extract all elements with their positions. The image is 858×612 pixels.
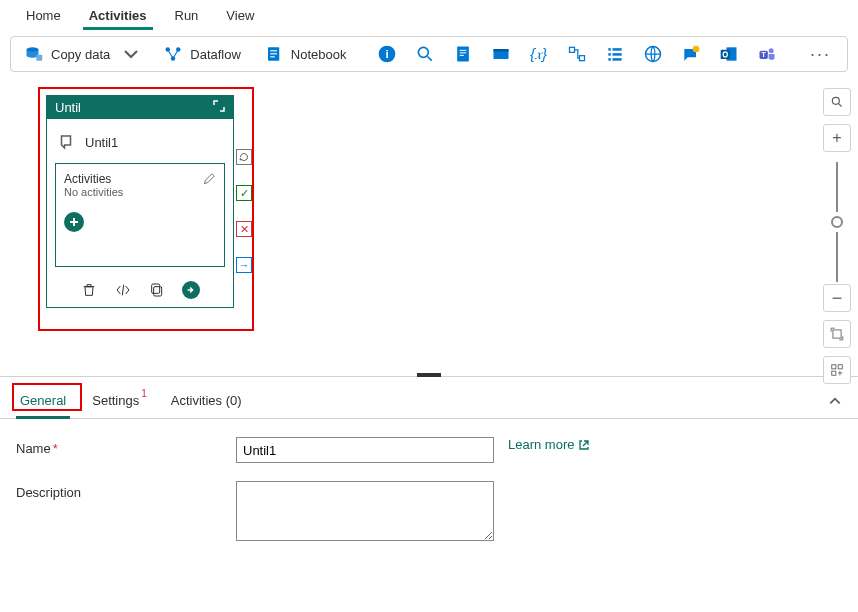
svg-rect-24 (608, 58, 611, 60)
svg-point-33 (768, 48, 773, 53)
zoom-out-button[interactable]: − (823, 284, 851, 312)
notebook-icon (265, 45, 283, 63)
zoom-in-button[interactable]: + (823, 124, 851, 152)
tab-settings[interactable]: Settings1 (88, 387, 149, 418)
svg-rect-35 (152, 284, 160, 293)
dataflow-icon (164, 45, 182, 63)
variable-icon[interactable]: {𝑥} (529, 44, 549, 64)
callout-box: Until Until1 Activities No activi (38, 87, 254, 331)
until-icon (57, 133, 75, 151)
svg-text:i: i (385, 47, 388, 60)
description-textarea[interactable] (236, 481, 494, 541)
svg-point-36 (832, 97, 839, 104)
svg-rect-29 (720, 50, 729, 59)
add-activity-button[interactable] (64, 212, 84, 232)
svg-rect-39 (838, 365, 842, 369)
teams-channel-icon[interactable] (681, 44, 701, 64)
svg-point-2 (166, 47, 171, 52)
teams-icon[interactable]: T (757, 44, 777, 64)
copy-data-label: Copy data (51, 47, 110, 62)
svg-rect-23 (612, 53, 621, 56)
external-link-icon (578, 439, 590, 451)
copy-data-button[interactable]: Copy data (21, 43, 144, 65)
delete-button[interactable] (80, 281, 98, 299)
handle-loop[interactable] (236, 149, 252, 165)
name-input[interactable] (236, 437, 494, 463)
svg-rect-37 (833, 330, 841, 338)
toolbar-icon-row: i {𝑥} T (377, 44, 788, 64)
svg-rect-13 (459, 50, 466, 51)
zoom-track[interactable] (836, 162, 838, 212)
svg-rect-34 (154, 287, 162, 296)
svg-rect-14 (459, 52, 466, 53)
svg-rect-6 (270, 50, 277, 51)
handle-fail[interactable]: ✕ (236, 221, 252, 237)
script-icon[interactable] (453, 44, 473, 64)
expand-icon[interactable] (213, 100, 225, 115)
tab-activities[interactable]: Activities (0) (167, 387, 246, 418)
svg-rect-22 (608, 53, 611, 56)
fit-button[interactable] (823, 320, 851, 348)
svg-rect-8 (270, 56, 275, 57)
canvas-rail: + − (822, 88, 852, 392)
svg-point-4 (171, 56, 176, 61)
search-icon[interactable] (415, 44, 435, 64)
properties-tabs: General Settings1 Activities (0) (0, 377, 858, 419)
more-button[interactable]: ··· (804, 44, 837, 65)
card-type: Until (55, 100, 81, 115)
web-icon[interactable] (643, 44, 663, 64)
pencil-icon[interactable] (202, 172, 216, 189)
outlook-icon[interactable] (719, 44, 739, 64)
canvas[interactable]: Until Until1 Activities No activi (0, 82, 858, 377)
svg-rect-20 (608, 48, 611, 51)
notebook-button[interactable]: Notebook (261, 43, 351, 65)
zoom-track[interactable] (836, 232, 838, 282)
card-header[interactable]: Until (47, 96, 233, 119)
svg-rect-38 (832, 365, 836, 369)
activities-sub: No activities (64, 186, 123, 198)
tab-settings-label: Settings (92, 393, 139, 408)
run-button[interactable] (182, 281, 200, 299)
output-handles: ✓ ✕ → (236, 149, 252, 273)
handle-success[interactable]: ✓ (236, 185, 252, 201)
chevron-down-icon (122, 45, 140, 63)
canvas-search-button[interactable] (823, 88, 851, 116)
until-card[interactable]: Until Until1 Activities No activi (46, 95, 234, 308)
handle-complete[interactable]: → (236, 257, 252, 273)
svg-rect-12 (457, 47, 469, 62)
svg-rect-18 (569, 47, 574, 52)
activities-box[interactable]: Activities No activities (55, 163, 225, 267)
info-icon[interactable]: i (377, 44, 397, 64)
required-mark: * (53, 441, 58, 456)
top-nav: Home Activities Run View (0, 0, 858, 30)
zoom-knob[interactable] (831, 216, 843, 228)
learn-more-label: Learn more (508, 437, 574, 452)
settings-badge: 1 (141, 388, 147, 399)
activities-label: Activities (64, 172, 123, 186)
svg-rect-25 (612, 58, 621, 60)
nav-home[interactable]: Home (12, 0, 75, 29)
nav-view[interactable]: View (212, 0, 268, 29)
svg-point-3 (176, 47, 181, 52)
pipeline-icon[interactable] (567, 44, 587, 64)
svg-rect-1 (36, 55, 42, 61)
dataflow-button[interactable]: Dataflow (160, 43, 245, 65)
svg-point-27 (692, 46, 699, 53)
stored-proc-icon[interactable] (491, 44, 511, 64)
tab-general[interactable]: General (16, 387, 70, 418)
nav-activities[interactable]: Activities (75, 0, 161, 29)
notebook-label: Notebook (291, 47, 347, 62)
svg-rect-21 (612, 48, 621, 51)
list-icon[interactable] (605, 44, 625, 64)
nav-run[interactable]: Run (161, 0, 213, 29)
svg-rect-19 (579, 56, 584, 61)
collapse-panel-button[interactable] (828, 394, 842, 411)
learn-more-link[interactable]: Learn more (508, 437, 590, 452)
svg-rect-17 (493, 49, 508, 52)
general-form: Name* Learn more Description (0, 419, 858, 599)
code-button[interactable] (114, 281, 132, 299)
database-icon (25, 45, 43, 63)
description-label: Description (16, 481, 236, 500)
clone-button[interactable] (148, 281, 166, 299)
toolbar: Copy data Dataflow Notebook i {𝑥} (10, 36, 848, 72)
